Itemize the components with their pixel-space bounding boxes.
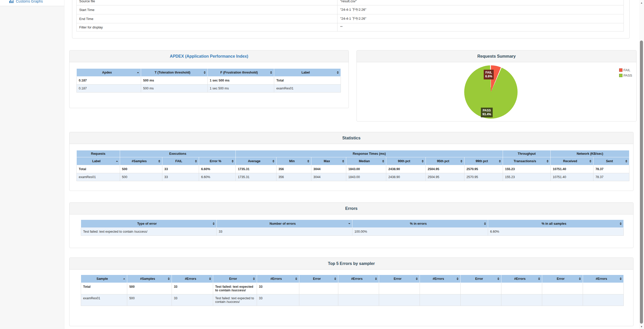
- column-header-99pct[interactable]: 99th pct: [464, 157, 503, 165]
- pie-label-fail: FAIL 6.6%: [484, 70, 494, 79]
- column-header-samples[interactable]: #Samples: [120, 157, 162, 165]
- apdex-panel: APDEX (Application Performance Index) Ap…: [69, 50, 349, 108]
- column-header-error-1[interactable]: Error: [213, 275, 257, 283]
- column-header-error-pct[interactable]: Error %: [199, 157, 236, 165]
- sort-icon: [168, 277, 170, 280]
- errors-title: Errors: [70, 203, 633, 214]
- vertical-scrollbar[interactable]: ▲ ▼: [639, 0, 644, 329]
- statistics-title: Statistics: [70, 132, 633, 144]
- report-content: Source file "result.csv" Start Time "24-…: [64, 0, 639, 329]
- column-header-median[interactable]: Median: [346, 157, 386, 165]
- sort-icon: [307, 160, 309, 162]
- column-header-toleration[interactable]: T (Toleration threshold): [141, 69, 208, 77]
- column-header-min[interactable]: Min: [276, 157, 311, 165]
- column-header-errors-2[interactable]: #Errors: [338, 275, 379, 283]
- column-header-errors-1[interactable]: #Errors: [257, 275, 299, 283]
- info-panel: Source file "result.csv" Start Time "24-…: [72, 0, 630, 38]
- bar-chart-icon: [9, 0, 14, 3]
- requests-summary-title: Requests Summary: [357, 50, 636, 62]
- scrollbar-thumb[interactable]: [640, 40, 643, 324]
- column-header-errors-3[interactable]: #Errors: [420, 275, 461, 283]
- column-header-error-2[interactable]: Error: [299, 275, 338, 283]
- column-header-received[interactable]: Received: [551, 157, 593, 165]
- column-header-95pct[interactable]: 95th pct: [425, 157, 464, 165]
- column-header-frustration[interactable]: F (Frustration threshold): [207, 69, 274, 77]
- sort-icon: [253, 277, 255, 280]
- top5-errors-table: Sample #Samples #Errors Error #Errors Er…: [81, 275, 624, 306]
- table-row: examRes01500 33Test failed: text expecte…: [81, 294, 624, 306]
- chart-legend: FAIL PASS: [619, 68, 632, 79]
- table-row: 0.187 500 ms 1 sec 500 ms examRes01: [77, 85, 341, 92]
- errors-table: Type of error Number of errors % in erro…: [81, 220, 624, 236]
- sort-icon: [337, 71, 339, 74]
- column-header-samples[interactable]: #Samples: [127, 275, 172, 283]
- sidebar-item-label: Customs Graphs: [16, 0, 43, 3]
- column-header-error-5[interactable]: Error: [542, 275, 583, 283]
- sort-icon: [158, 160, 160, 162]
- column-header-error-4[interactable]: Error: [461, 275, 501, 283]
- column-header-fail[interactable]: FAIL: [162, 157, 199, 165]
- info-label: End Time: [77, 14, 338, 23]
- table-header-row: Type of error Number of errors % in erro…: [81, 220, 624, 228]
- sort-icon: [579, 277, 581, 280]
- table-row: examRes01500 336.60% 1735.31356 30441843…: [77, 173, 629, 181]
- table-row: 0.187 500 ms 1 sec 500 ms Total: [77, 77, 341, 85]
- info-value: "24-4-1 下午2:26": [338, 14, 624, 23]
- sort-asc-icon: [123, 278, 125, 279]
- column-header-transactions[interactable]: Transactions/s: [503, 157, 550, 165]
- group-header-response-times: Response Times (ms): [236, 150, 503, 157]
- column-header-label[interactable]: Label: [77, 157, 120, 165]
- sort-icon: [457, 277, 459, 280]
- column-header-sample[interactable]: Sample: [81, 275, 127, 283]
- column-header-apdex[interactable]: Apdex: [77, 69, 141, 77]
- column-header-label[interactable]: Label: [274, 69, 341, 77]
- info-label: Filter for display: [77, 23, 338, 32]
- requests-summary-panel: Requests Summary FAIL 6.6% PASS 93.4% FA…: [356, 50, 637, 121]
- column-header-sent[interactable]: Sent: [593, 157, 629, 165]
- legend-swatch-fail: [619, 68, 622, 72]
- column-header-errors-5[interactable]: #Errors: [583, 275, 623, 283]
- sort-icon: [625, 160, 627, 162]
- sort-icon: [195, 160, 197, 162]
- sort-icon: [416, 277, 418, 280]
- sort-desc-icon: [348, 223, 350, 224]
- scroll-up-arrow-icon[interactable]: ▲: [639, 1, 644, 5]
- legend-item-fail[interactable]: FAIL: [619, 68, 632, 72]
- sort-icon: [375, 277, 377, 280]
- column-header-max[interactable]: Max: [311, 157, 346, 165]
- sort-icon: [270, 71, 272, 74]
- sidebar-item-customs-graphs[interactable]: Customs Graphs: [0, 0, 64, 6]
- errors-panel: Errors Type of error Number of errors % …: [69, 202, 633, 248]
- column-header-average[interactable]: Average: [236, 157, 276, 165]
- column-header-90pct[interactable]: 90th pct: [386, 157, 425, 165]
- column-header-number-of-errors[interactable]: Number of errors: [217, 220, 352, 228]
- sort-icon: [213, 222, 215, 225]
- group-header-requests: Requests: [77, 150, 120, 157]
- table-header-row: Label #Samples FAIL Error % Average Min …: [77, 157, 629, 165]
- table-header-row: Apdex T (Toleration threshold) F (Frustr…: [77, 69, 341, 77]
- sort-icon: [382, 160, 384, 162]
- sort-icon: [272, 160, 274, 162]
- statistics-panel: Statistics Requests Executions Response …: [69, 132, 633, 191]
- sort-icon: [497, 277, 499, 280]
- table-row: Start Time "24-4-1 下午2:26": [77, 5, 624, 14]
- statistics-table: Requests Executions Response Times (ms) …: [76, 150, 629, 181]
- column-header-pct-in-errors[interactable]: % in errors: [352, 220, 488, 228]
- scroll-down-arrow-icon[interactable]: ▼: [639, 325, 644, 328]
- legend-swatch-pass: [619, 74, 622, 77]
- info-table: Source file "result.csv" Start Time "24-…: [76, 0, 624, 32]
- column-header-pct-in-all-samples[interactable]: % in all samples: [488, 220, 624, 228]
- column-header-error-3[interactable]: Error: [379, 275, 420, 283]
- group-header-network: Network (KB/sec): [551, 150, 629, 157]
- column-header-type-of-error[interactable]: Type of error: [81, 220, 217, 228]
- apdex-title[interactable]: APDEX (Application Performance Index): [70, 50, 349, 62]
- table-row: Source file "result.csv": [77, 0, 624, 5]
- table-row: End Time "24-4-1 下午2:26": [77, 14, 624, 23]
- legend-item-pass[interactable]: PASS: [619, 74, 632, 77]
- column-header-errors[interactable]: #Errors: [172, 275, 213, 283]
- sort-icon: [232, 160, 234, 162]
- column-header-errors-4[interactable]: #Errors: [501, 275, 542, 283]
- table-header-row: Sample #Samples #Errors Error #Errors Er…: [81, 275, 624, 283]
- apdex-table: Apdex T (Toleration threshold) F (Frustr…: [76, 68, 341, 92]
- sort-icon: [460, 160, 462, 162]
